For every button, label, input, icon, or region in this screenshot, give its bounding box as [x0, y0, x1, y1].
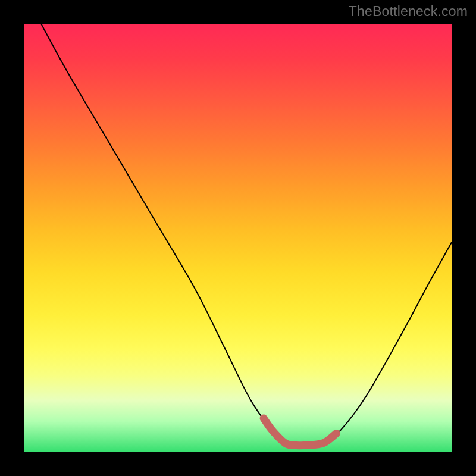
- bottleneck-curve: [42, 24, 452, 446]
- chart-frame: TheBottleneck.com: [0, 0, 476, 476]
- curve-layer: [24, 24, 452, 452]
- bottleneck-curve-highlight: [264, 418, 336, 446]
- watermark-text: TheBottleneck.com: [349, 4, 468, 20]
- plot-area: [24, 24, 452, 452]
